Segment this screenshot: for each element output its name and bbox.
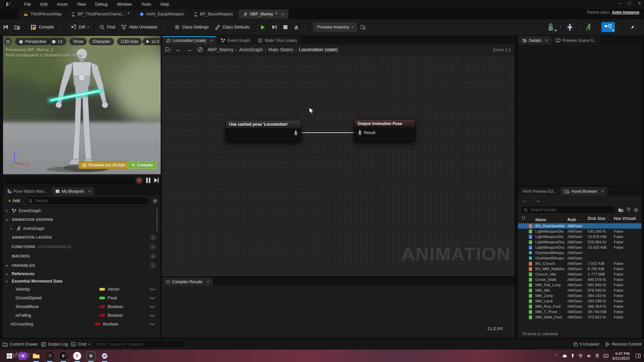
close-icon[interactable]: × [281,12,284,17]
minimize-button[interactable]: – [618,1,621,6]
asset-tab-abp-manny[interactable]: ABP_Manny*× [238,9,289,19]
asset-row-bs-mm-walkru[interactable]: BS_MM_WalkRu/All/Gam8.782 KiBFalse [518,266,641,272]
content-drawer-button[interactable]: Content Drawer [3,342,38,347]
play-button[interactable] [257,21,269,33]
eject-button[interactable] [291,21,302,33]
record-button[interactable] [136,177,143,184]
class-defaults-button[interactable]: Class Defaults [212,21,253,33]
taskbar-app-browser[interactable] [46,352,54,360]
tree-item-animgraph[interactable]: ▸AnimGraph [3,224,160,233]
asset-tab-thirdpersonmap[interactable]: ThirdPersonMap [19,9,66,19]
viewport-compile-button[interactable]: Compile [128,161,157,169]
close-icon[interactable]: × [207,279,209,284]
add-item-button[interactable]: + [150,253,156,259]
close-icon[interactable]: × [88,189,91,194]
asset-row-mm-fall-loop[interactable]: MM_Fall_Loop/All/Gam681.845 KiFalse [518,282,641,288]
column-settings-icon[interactable] [521,216,526,221]
step-forward-button[interactable] [153,177,159,184]
column-has-virtual[interactable]: Has Virtuali [614,216,636,221]
asset-row-lightweapondra[interactable]: LightWeaponDra/All/Gam529.966 KiFalse [518,239,641,245]
menu-debug[interactable]: Debug [91,1,112,8]
hide-unrelated-options-icon[interactable]: ⋮ [160,25,167,29]
unsaved-assets-button[interactable]: 5 Unsaved [573,342,599,347]
skeleton-options-icon[interactable]: ⋮ [557,25,564,29]
add-button[interactable]: + Add [5,197,22,204]
compile-button[interactable]: ? Compile [28,21,57,33]
variable-row-iscrouching[interactable]: IsCrouchingBoolean [3,320,160,328]
asset-row-onehandweapo[interactable]: OneHandWeapo/All/Gam [518,250,641,255]
asset-row-lightweapondis[interactable]: LightWeaponDis/All/Gam533.166 KiFalse [518,229,641,234]
notification-icon[interactable] [636,354,641,358]
tree-item-functions[interactable]: FUNCTIONS(4 OVERRIDABLE)+ [3,242,160,251]
class-settings-button[interactable]: Class Settings [171,21,212,33]
frame-skip-button[interactable] [269,21,280,33]
asset-row-onehandweapo[interactable]: OneHandWeapo/All/Gam [518,255,641,261]
menu-help[interactable]: Help [156,1,173,8]
revision-control-button[interactable]: Revision Control [605,342,641,347]
asset-row-lightweapondra[interactable]: LightWeaponDra/All/Gam10.925 KiBFalse [518,245,641,250]
menu-window[interactable]: Window [113,1,136,8]
viewport-pill-lod-auto[interactable]: LOD Auto [117,38,142,45]
cmd-dropdown[interactable]: Cmd ▾ [71,342,90,347]
add-item-button[interactable]: + [150,244,156,249]
pose-input-pin[interactable] [358,130,362,135]
taskbar-clock[interactable]: 9:47 PM 6/21/2023 [612,351,630,361]
viewport-pill-show[interactable]: Show [69,38,87,45]
column-disk-size[interactable]: Disk Size [588,216,605,221]
variable-curve-icon[interactable] [150,288,155,291]
tray-cloud-icon[interactable] [562,354,567,358]
asset-row-mm-idle[interactable]: MM_Idle/All/Gam876.596 KiFalse [518,288,641,293]
skeleton-mode-button[interactable]: ★ [544,21,557,33]
menu-view[interactable]: View [73,1,90,8]
tree-item-eventgraph[interactable]: ▸EventGraph [3,206,160,215]
persona-settings-button[interactable] [626,21,639,33]
breadcrumb-locomotion-state[interactable]: Locomotion (state) [299,47,338,52]
find-button[interactable]: Find [96,21,118,33]
nav-back-button[interactable]: ← [522,197,527,203]
blueprint-options-icon[interactable]: ⋮ [615,25,622,29]
graph-tab-locomotion-state[interactable]: Locomotion (state)× [162,36,216,45]
asset-row-mm-land[interactable]: MM_Land/All/Gam293.296 KiFalse [518,298,641,304]
taskbar-app-explorer[interactable] [32,352,40,360]
expander-right-icon[interactable]: ▸ [11,227,14,230]
output-animation-pose-node[interactable]: Output Animation Pose Result [354,119,416,142]
graph-tab-walk-run-state[interactable]: Walk / Run (state) [254,36,301,45]
debug-filter-button[interactable] [357,21,369,33]
tray-network-icon[interactable] [578,354,583,358]
nav-forward-button[interactable]: → [535,197,540,203]
asset-browser-tab-asset-browser[interactable]: Asset Browser× [560,187,607,195]
variable-row-isfalling[interactable]: IsFallingBoolean [3,311,160,320]
tree-item-animation-graphs[interactable]: ▾ANIMATION GRAPHS [3,215,160,224]
asset-row-lightweapondis[interactable]: LightWeaponDis/All/Gam10.876 KiBFalse [518,234,641,239]
menu-edit[interactable]: Edit [36,1,52,8]
close-icon[interactable]: × [601,189,604,194]
preview-instance-dropdown[interactable]: Preview Instance▾ [313,22,357,32]
asset-row-crouch-idle[interactable]: Crouch_Idle/All/Gam1.777 MiBFalse [518,272,641,277]
compiler-results-tab[interactable]: Compiler Results × [162,278,213,286]
gear-icon[interactable] [634,207,639,213]
settings-gear-icon[interactable] [153,198,158,203]
compile-options-icon[interactable]: ⋮ [57,25,64,29]
viewport-menu-button[interactable] [4,38,12,45]
viewport-pill-perspective[interactable]: Perspective [15,38,50,45]
animation-options-icon[interactable]: ⋮ [595,25,601,29]
blueprint-search-input[interactable] [35,198,147,203]
expander-right-icon[interactable]: ▸ [6,209,9,213]
close-icon[interactable]: × [545,38,548,43]
mesh-options-icon[interactable]: ⋮ [576,25,583,29]
variable-curve-icon[interactable] [150,314,155,317]
tray-ime-language[interactable]: 英 [595,353,599,359]
preview-viewport[interactable]: PerspectiveLitShowCharacterLOD Autox1.0 … [3,36,161,175]
blueprint-mode-button[interactable]: ★ [601,22,615,32]
unreal-logo-icon[interactable]: U [3,0,12,9]
filter-icon[interactable] [626,208,631,212]
asset-search-input[interactable] [530,207,612,213]
expander-down-icon[interactable]: ▾ [6,280,9,283]
nav-back-button[interactable]: ← [176,47,181,53]
breadcrumb-animgraph[interactable]: AnimGraph [239,47,263,52]
breadcrumb-main-states[interactable]: Main States [269,47,293,52]
asset-row-mm-t-pose[interactable]: MM_T_Pose/All/Gam29.744 KiBFalse [518,309,641,314]
tray-keyboard-icon[interactable] [603,354,608,358]
expander-down-icon[interactable]: ▾ [6,218,9,222]
details-tab-preview-scene-s[interactable]: Preview Scene S... [552,36,600,45]
